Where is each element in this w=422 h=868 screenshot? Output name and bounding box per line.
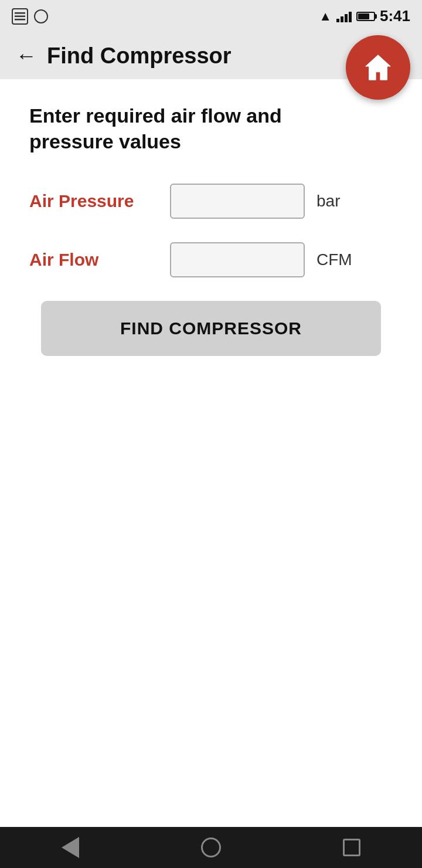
nav-back-icon (62, 837, 79, 858)
signal-icon (336, 11, 352, 22)
nav-home-button[interactable] (193, 830, 229, 865)
menu-icon (12, 8, 28, 25)
air-pressure-row: Air Pressure bar (29, 184, 393, 219)
svg-rect-1 (15, 15, 25, 17)
battery-icon (356, 12, 375, 21)
find-btn-container: FIND COMPRESSOR (29, 301, 393, 356)
air-flow-unit: CFM (316, 250, 352, 269)
bottom-nav (0, 827, 422, 868)
instruction-text: Enter required air flow and pressure val… (29, 103, 322, 154)
home-icon (361, 50, 395, 84)
notification-icon (34, 9, 48, 23)
svg-rect-0 (15, 12, 25, 14)
nav-home-icon (201, 838, 221, 857)
home-fab-button[interactable] (346, 35, 410, 100)
main-content: Enter required air flow and pressure val… (0, 79, 422, 356)
nav-back-button[interactable] (53, 830, 88, 865)
air-pressure-label: Air Pressure (29, 191, 158, 211)
status-right-icons: ▲ 5:41 (319, 7, 410, 25)
page-title: Find Compressor (47, 43, 232, 69)
status-left-icons (12, 8, 48, 25)
svg-rect-2 (15, 19, 25, 21)
status-bar: ▲ 5:41 (0, 0, 422, 32)
back-button[interactable]: ← (12, 41, 41, 70)
status-time: 5:41 (380, 7, 410, 25)
air-flow-label: Air Flow (29, 250, 158, 270)
find-compressor-button[interactable]: FIND COMPRESSOR (41, 301, 381, 356)
air-flow-input[interactable] (170, 242, 305, 277)
back-arrow-icon: ← (16, 43, 37, 68)
air-flow-row: Air Flow CFM (29, 242, 393, 277)
wifi-icon: ▲ (319, 9, 332, 24)
air-pressure-unit: bar (316, 192, 352, 211)
nav-recent-button[interactable] (334, 830, 369, 865)
air-pressure-input[interactable] (170, 184, 305, 219)
nav-recent-icon (343, 839, 360, 856)
